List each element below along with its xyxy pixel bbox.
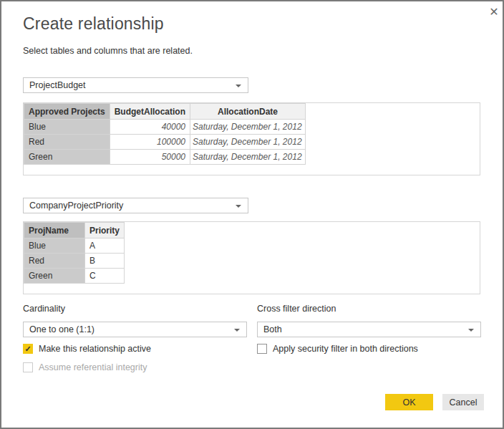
cross-filter-select[interactable]: Both	[257, 322, 481, 337]
cross-filter-label: Cross filter direction	[257, 304, 336, 314]
column-header[interactable]: ProjName	[24, 223, 85, 238]
dialog-subtitle: Select tables and columns that are relat…	[23, 46, 193, 56]
table1-select[interactable]: ProjectBudget	[23, 77, 248, 93]
table-row: Red 100000 Saturday, December 1, 2012	[24, 135, 306, 150]
table2-preview: ProjName Priority Blue A Red B Green C	[23, 221, 480, 294]
table-cell[interactable]: Red	[24, 254, 85, 269]
table-row: Green C	[24, 269, 125, 284]
column-header[interactable]: AllocationDate	[190, 104, 306, 120]
chevron-down-icon	[236, 85, 241, 87]
table-cell[interactable]: A	[85, 238, 125, 254]
table-cell[interactable]: Green	[24, 269, 85, 284]
table-cell[interactable]: Saturday, December 1, 2012	[190, 150, 306, 165]
table1: Approved Projects BudgetAllocation Alloc…	[24, 103, 306, 165]
table1-preview: Approved Projects BudgetAllocation Alloc…	[23, 102, 480, 175]
table-cell[interactable]: 50000	[110, 150, 190, 165]
page-title: Create relationship	[23, 14, 164, 34]
table-cell[interactable]: 40000	[110, 120, 190, 135]
integrity-checkbox	[23, 362, 33, 372]
cardinality-select[interactable]: One to one (1:1)	[23, 322, 247, 337]
cardinality-label: Cardinality	[23, 304, 65, 314]
cardinality-value: One to one (1:1)	[29, 324, 94, 334]
table2-select[interactable]: CompanyProjectPriority	[23, 198, 248, 213]
column-header[interactable]: Approved Projects	[24, 104, 110, 120]
table-cell[interactable]: Green	[24, 150, 110, 165]
active-checkbox[interactable]: ✓	[23, 344, 33, 354]
table-cell[interactable]: Blue	[24, 238, 85, 254]
table-cell[interactable]: C	[85, 269, 125, 284]
table2: ProjName Priority Blue A Red B Green C	[24, 222, 125, 284]
security-checkbox[interactable]	[257, 344, 267, 354]
chevron-down-icon	[468, 329, 474, 332]
table-cell[interactable]: Blue	[24, 120, 110, 135]
active-checkbox-row: ✓ Make this relationship active	[23, 344, 151, 354]
create-relationship-dialog: Create relationship ✕ Select tables and …	[0, 0, 504, 429]
check-icon: ✓	[24, 345, 31, 353]
table-row: Blue A	[24, 238, 125, 254]
table-cell[interactable]: Saturday, December 1, 2012	[190, 120, 306, 135]
column-header[interactable]: Priority	[85, 223, 125, 238]
security-checkbox-label: Apply security filter in both directions	[273, 344, 418, 354]
table-cell[interactable]: Red	[24, 135, 110, 150]
column-header[interactable]: BudgetAllocation	[110, 104, 190, 120]
table-row: Green 50000 Saturday, December 1, 2012	[24, 150, 306, 165]
integrity-checkbox-row: Assume referential integrity	[23, 362, 147, 372]
cancel-button[interactable]: Cancel	[442, 394, 484, 410]
active-checkbox-label: Make this relationship active	[39, 344, 151, 354]
table1-select-value: ProjectBudget	[29, 80, 86, 90]
security-checkbox-row: Apply security filter in both directions	[257, 344, 418, 354]
cross-filter-value: Both	[263, 324, 282, 334]
table-header-row: Approved Projects BudgetAllocation Alloc…	[24, 104, 306, 120]
ok-button[interactable]: OK	[385, 394, 433, 410]
table-cell[interactable]: 100000	[110, 135, 190, 150]
table-row: Red B	[24, 254, 125, 269]
chevron-down-icon	[234, 329, 240, 332]
table-row: Blue 40000 Saturday, December 1, 2012	[24, 120, 306, 135]
table-cell[interactable]: Saturday, December 1, 2012	[190, 135, 306, 150]
chevron-down-icon	[236, 205, 241, 208]
integrity-checkbox-label: Assume referential integrity	[39, 362, 147, 372]
table-header-row: ProjName Priority	[24, 223, 125, 238]
close-icon[interactable]: ✕	[485, 3, 503, 20]
table2-select-value: CompanyProjectPriority	[29, 201, 123, 211]
table-cell[interactable]: B	[85, 254, 125, 269]
